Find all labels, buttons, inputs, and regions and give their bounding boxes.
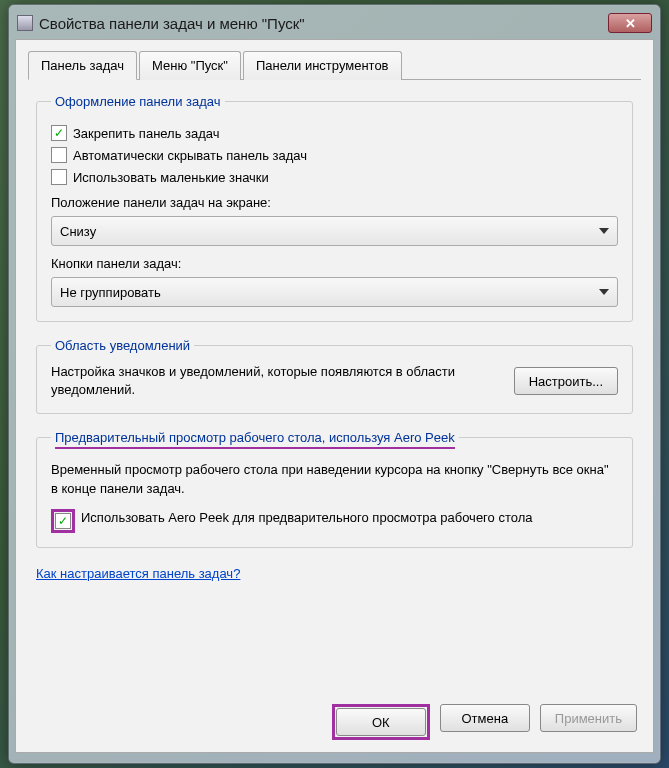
combo-buttons-value: Не группировать xyxy=(60,285,161,300)
highlight-ok: ОК xyxy=(332,704,430,740)
close-icon: ✕ xyxy=(625,16,636,31)
client-area: Панель задач Меню "Пуск" Панели инструме… xyxy=(15,39,654,753)
tab-toolbars[interactable]: Панели инструментов xyxy=(243,51,402,80)
legend-aero-peek: Предварительный просмотр рабочего стола,… xyxy=(51,430,459,445)
label-buttons: Кнопки панели задач: xyxy=(51,256,618,271)
row-notifications: Настройка значков и уведомлений, которые… xyxy=(51,363,618,399)
customize-button[interactable]: Настроить... xyxy=(514,367,618,395)
highlight-aero-checkbox: ✓ xyxy=(51,509,75,533)
row-autohide: Автоматически скрывать панель задач xyxy=(51,147,618,163)
titlebar: Свойства панели задач и меню "Пуск" ✕ xyxy=(15,11,654,39)
text-notifications: Настройка значков и уведомлений, которые… xyxy=(51,363,494,399)
checkbox-lock-taskbar[interactable]: ✓ xyxy=(51,125,67,141)
label-autohide[interactable]: Автоматически скрывать панель задач xyxy=(73,148,307,163)
text-aero-desc: Временный просмотр рабочего стола при на… xyxy=(51,461,618,499)
window-icon xyxy=(17,15,33,31)
group-appearance: Оформление панели задач ✓ Закрепить пане… xyxy=(36,94,633,322)
legend-appearance: Оформление панели задач xyxy=(51,94,225,109)
properties-window: Свойства панели задач и меню "Пуск" ✕ Па… xyxy=(8,4,661,764)
row-small-icons: Использовать маленькие значки xyxy=(51,169,618,185)
ok-button[interactable]: ОК xyxy=(336,708,426,736)
combo-position[interactable]: Снизу xyxy=(51,216,618,246)
tab-content-taskbar: Оформление панели задач ✓ Закрепить пане… xyxy=(28,80,641,589)
checkbox-small-icons[interactable] xyxy=(51,169,67,185)
tab-taskbar[interactable]: Панель задач xyxy=(28,51,137,80)
tab-strip: Панель задач Меню "Пуск" Панели инструме… xyxy=(28,50,641,80)
row-aero-peek: ✓ Использовать Aero Peek для предварител… xyxy=(51,509,618,533)
cancel-button[interactable]: Отмена xyxy=(440,704,530,732)
window-title: Свойства панели задач и меню "Пуск" xyxy=(39,15,608,32)
label-aero-peek[interactable]: Использовать Aero Peek для предварительн… xyxy=(81,509,533,527)
checkbox-autohide[interactable] xyxy=(51,147,67,163)
chevron-down-icon xyxy=(599,228,609,234)
legend-notifications: Область уведомлений xyxy=(51,338,194,353)
label-small-icons[interactable]: Использовать маленькие значки xyxy=(73,170,269,185)
dialog-buttons: ОК Отмена Применить xyxy=(16,704,653,740)
apply-button[interactable]: Применить xyxy=(540,704,637,732)
label-position: Положение панели задач на экране: xyxy=(51,195,618,210)
group-aero-peek: Предварительный просмотр рабочего стола,… xyxy=(36,430,633,548)
row-lock-taskbar: ✓ Закрепить панель задач xyxy=(51,125,618,141)
label-lock-taskbar[interactable]: Закрепить панель задач xyxy=(73,126,220,141)
combo-position-value: Снизу xyxy=(60,224,96,239)
close-button[interactable]: ✕ xyxy=(608,13,652,33)
group-notifications: Область уведомлений Настройка значков и … xyxy=(36,338,633,414)
chevron-down-icon xyxy=(599,289,609,295)
checkbox-aero-peek[interactable]: ✓ xyxy=(55,513,71,529)
help-link[interactable]: Как настраивается панель задач? xyxy=(36,566,240,581)
combo-buttons[interactable]: Не группировать xyxy=(51,277,618,307)
tab-start-menu[interactable]: Меню "Пуск" xyxy=(139,51,241,80)
